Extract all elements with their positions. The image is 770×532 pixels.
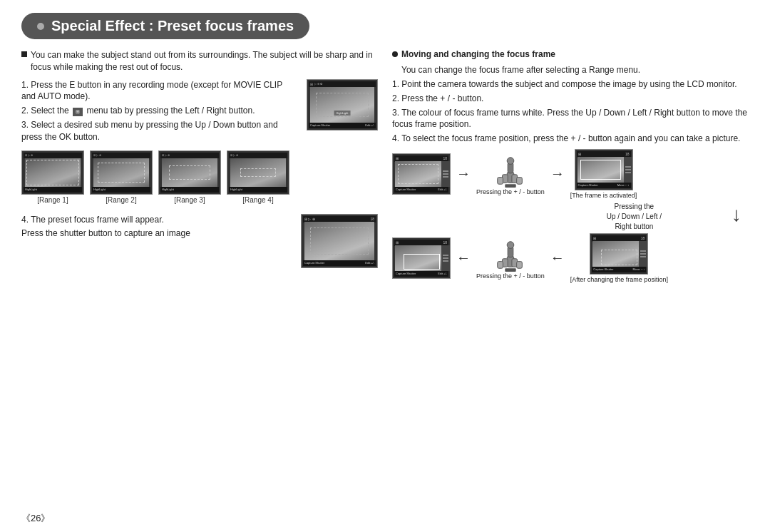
bottom-sequence: ⊞ 18 Capture:Shutte	[392, 233, 749, 283]
page-container: Special Effect : Preset focus frames You…	[0, 0, 770, 532]
hand-icon-2	[496, 237, 525, 272]
step4-text: 4. The preset focus frame will appear. P…	[21, 214, 291, 240]
hand-press-1: Pressing the + / - button	[476, 153, 545, 195]
steps-with-cam: 1. Press the E button in any recording m…	[21, 79, 378, 143]
title-bar: Special Effect : Preset focus frames	[21, 13, 309, 39]
svg-rect-7	[505, 184, 515, 188]
seq-cam-b: ⊞ 18 Capture:Shutter	[570, 149, 637, 199]
arrow-left-1: ←	[456, 250, 471, 266]
menu-icon: ⊞	[73, 108, 83, 116]
bullet-circle-icon	[392, 51, 398, 57]
range-2-item: ⊞ ▷ ⊕ HighLight [Range 2]	[90, 150, 153, 204]
arrow-right-2: →	[550, 165, 565, 182]
moving-bullet: Moving and changing the focus frame	[392, 49, 749, 59]
svg-rect-11	[498, 262, 503, 269]
title-dot	[37, 23, 44, 30]
step1: 1. Press the E button in any recording m…	[21, 79, 298, 103]
seq-cam-a: ⊞ 18 Capture:Shutter	[392, 153, 451, 195]
cam-a-display: ⊞ 18 Capture:Shutter	[392, 153, 451, 195]
press-label-2: Pressing the + / - button	[476, 272, 545, 280]
range-3-cam: ⊞ ▷ ⊕ HighLight	[158, 150, 221, 195]
right-step1: 1. Point the camera towards the subject …	[392, 78, 749, 91]
range-4-label: [Range 4]	[242, 196, 273, 204]
step2: 2. Select the ⊞ menu tab by pressing the…	[21, 105, 298, 117]
intro-bullet: You can make the subject stand out from …	[21, 49, 378, 73]
svg-rect-4	[517, 178, 523, 185]
step4-cam-wrapper: ⊞ ▷ ⊕ 18 Capture:Shutter Edit:+/-	[301, 214, 378, 268]
range-2-label: [Range 2]	[106, 196, 136, 204]
top-sequence: ⊞ 18 Capture:Shutter	[392, 149, 749, 199]
step4-line1: 4. The preset focus frame will appear.	[21, 214, 291, 226]
right-steps: 1. Point the camera towards the subject …	[392, 78, 749, 145]
bullet-square-icon	[21, 51, 27, 57]
page-number: 《26》	[21, 512, 50, 525]
hand-icon-1	[496, 153, 525, 188]
svg-rect-12	[517, 262, 523, 269]
right-step4: 4. To select the focus frame position, p…	[392, 133, 749, 145]
svg-point-14	[507, 242, 514, 249]
moving-title: Moving and changing the focus frame	[401, 49, 555, 59]
down-arrow-icon: ↓	[732, 205, 741, 225]
seq-cam-d: ⊞ 18 Capture:Shutter	[570, 233, 668, 283]
hand-press-2: Pressing the + / - button	[476, 237, 545, 280]
cam-display-step: ⊞ ▷ ⊕ ✿ HighLight Capture:Shutter Edit:+…	[307, 79, 378, 131]
svg-rect-3	[498, 178, 503, 185]
intro-text: You can make the subject stand out from …	[31, 49, 378, 73]
moving-intro: You can change the focus frame after sel…	[401, 65, 749, 75]
pressing-direction-text: Pressing theUp / Down / Left /Right butt…	[607, 202, 662, 232]
step4-section: 4. The preset focus frame will appear. P…	[21, 214, 378, 268]
cam-step-image: ⊞ ▷ ⊕ ✿ HighLight Capture:Shutter Edit:+…	[307, 79, 378, 143]
range-4-cam: ⊞ ▷ ⊕ HighLight	[227, 150, 289, 195]
svg-point-6	[507, 158, 514, 165]
range-1-cam: ⊞ ▷ ⊕ HighLight	[21, 150, 84, 195]
right-step2: 2. Press the + / - button.	[392, 93, 749, 105]
cam-c-display: ⊞ 18 Capture:Shutte	[392, 237, 451, 279]
range-3-label: [Range 3]	[174, 196, 205, 204]
vertical-arrow-section: Pressing theUp / Down / Left /Right butt…	[392, 202, 741, 232]
range-3-item: ⊞ ▷ ⊕ HighLight [Range 3]	[158, 150, 221, 204]
page-title: Special Effect : Preset focus frames	[51, 18, 294, 34]
step3: 3. Select a desired sub menu by pressing…	[21, 119, 298, 143]
seq-cam-c: ⊞ 18 Capture:Shutte	[392, 237, 451, 279]
col-right: Moving and changing the focus frame You …	[392, 49, 749, 283]
steps-list: 1. Press the E button in any recording m…	[21, 79, 298, 143]
content-columns: You can make the subject stand out from …	[21, 49, 749, 283]
range-1-label: [Range 1]	[37, 196, 68, 204]
press-label-1: Pressing the + / - button	[476, 188, 545, 195]
cam-b-display: ⊞ 18 Capture:Shutter	[575, 149, 633, 190]
arrow-right-1: →	[456, 165, 471, 182]
frame-activated-label: [The frame is activated]	[570, 192, 637, 199]
right-step3: 3. The colour of focus frame turns white…	[392, 107, 749, 131]
range-4-item: ⊞ ▷ ⊕ HighLight [Range 4]	[227, 150, 289, 204]
cam-d-display: ⊞ 18 Capture:Shutter	[590, 233, 648, 275]
svg-rect-15	[505, 268, 515, 272]
pressing-updown-label: Pressing theUp / Down / Left /Right butt…	[607, 202, 662, 232]
range-row: ⊞ ▷ ⊕ HighLight [Range 1]	[21, 150, 378, 204]
range-1-item: ⊞ ▷ ⊕ HighLight [Range 1]	[21, 150, 84, 204]
range-2-cam: ⊞ ▷ ⊕ HighLight	[90, 150, 153, 195]
step4-cam: ⊞ ▷ ⊕ 18 Capture:Shutter Edit:+/-	[301, 214, 378, 268]
arrow-left-2: ←	[550, 250, 565, 266]
col-left: You can make the subject stand out from …	[21, 49, 378, 283]
step4-line2: Press the shutter button to capture an i…	[21, 227, 291, 240]
after-frame-label: [After changing the frame position]	[570, 276, 668, 283]
